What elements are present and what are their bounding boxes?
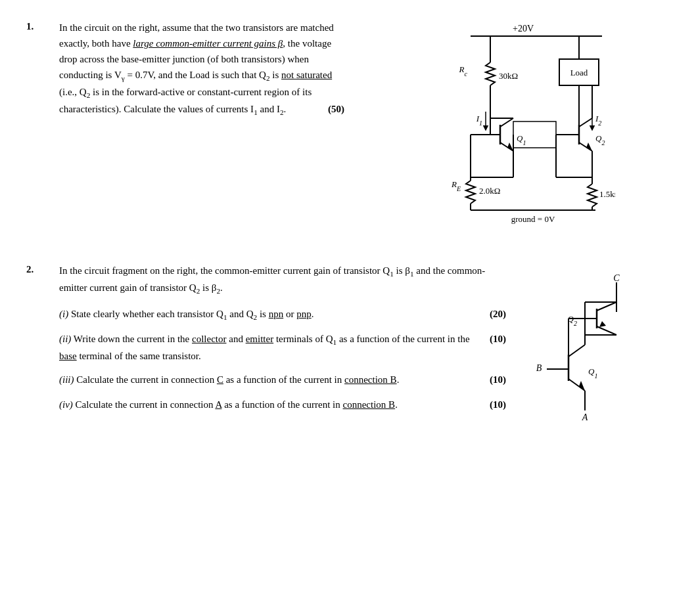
q2-sub1: (i) State clearly whether each transisto… <box>59 306 506 323</box>
svg-line-31 <box>579 118 592 127</box>
b-label: B <box>536 363 542 373</box>
svg-text:2.0kΩ: 2.0kΩ <box>479 186 500 196</box>
svg-text:30kΩ: 30kΩ <box>499 71 518 81</box>
svg-text:Q1: Q1 <box>517 133 526 146</box>
q2-sub1-text: (i) State clearly whether each transisto… <box>59 306 476 323</box>
q2-text-area: In the circuit fragment on the right, th… <box>59 263 506 421</box>
q1-transistor: Q1 <box>490 118 526 151</box>
q2-sub3-marks: (10) <box>490 372 506 389</box>
c-label: C <box>613 273 620 283</box>
svg-line-12 <box>500 118 513 127</box>
q2-sub4-marks: (10) <box>490 397 506 414</box>
ground-label: ground = 0V <box>511 214 555 224</box>
q1-number: 1. <box>26 20 46 32</box>
re-resistor: RE 2.0kΩ <box>450 177 499 210</box>
svg-text:1.5kΩ: 1.5kΩ <box>599 189 615 199</box>
question-1-block: 1. In the circuit on the right, assume t… <box>26 20 647 243</box>
q2-circuit-area: C Q2 <box>519 269 624 433</box>
q2-number: 2. <box>26 263 46 275</box>
svg-line-47 <box>597 326 616 335</box>
load-label: Load <box>570 68 588 77</box>
q1-circuit: +20V Rc 30kΩ Load <box>360 20 647 243</box>
rc-resistor: Rc 30kΩ <box>458 59 518 92</box>
re2-resistor: 1.5kΩ <box>588 181 615 210</box>
q1-text: In the circuit on the right, assume that… <box>59 20 346 118</box>
svg-line-46 <box>597 302 616 311</box>
svg-text:I2: I2 <box>595 114 601 127</box>
svg-line-51 <box>569 345 585 357</box>
q2-sub2: (ii) Write down the current in the colle… <box>59 331 506 364</box>
q2-sub3-text: (iii) Calculate the current in connectio… <box>59 372 476 387</box>
q2-intro-para: In the circuit fragment on the right, th… <box>59 263 506 297</box>
svg-text:Rc: Rc <box>458 64 467 77</box>
svg-marker-48 <box>599 321 606 327</box>
q1-circuit-svg: +20V Rc 30kΩ Load <box>392 20 615 243</box>
q2-sub2-marks: (10) <box>490 331 506 348</box>
voltage-label: +20V <box>512 24 533 33</box>
svg-text:Q2: Q2 <box>595 133 605 146</box>
svg-text:I1: I1 <box>475 114 482 127</box>
q2-sub1-marks: (20) <box>490 306 506 323</box>
q2-sub3: (iii) Calculate the current in connectio… <box>59 372 506 389</box>
q2-sub2-text: (ii) Write down the current in the colle… <box>59 331 476 364</box>
a-label: A <box>582 412 588 422</box>
q2-circuit-svg: C Q2 <box>519 269 624 433</box>
svg-text:RE: RE <box>450 179 460 192</box>
q1-label: Q1 <box>588 366 597 380</box>
question-2-block: 2. In the circuit fragment on the right,… <box>26 263 647 433</box>
q2-sub4: (iv) Calculate the current in connection… <box>59 397 506 414</box>
page-content: 1. In the circuit on the right, assume t… <box>26 20 647 433</box>
q2-sub4-text: (iv) Calculate the current in connection… <box>59 397 476 412</box>
